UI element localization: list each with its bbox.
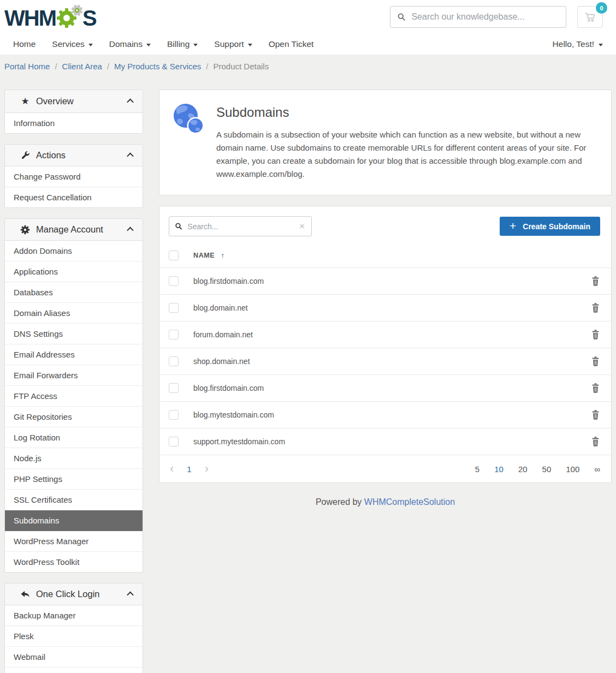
page-title: Subdomains [216, 105, 597, 120]
page-size-20[interactable]: 20 [518, 464, 528, 474]
sidebar-item-subdomains[interactable]: Subdomains [5, 510, 143, 531]
sidebar-item-webmail[interactable]: Webmail [5, 647, 143, 668]
sidebar-item-email-forwarders[interactable]: Email Forwarders [5, 365, 143, 386]
row-checkbox[interactable] [169, 383, 179, 393]
current-page[interactable]: 1 [187, 464, 191, 474]
delete-button[interactable] [591, 356, 600, 366]
chevron-up-icon [127, 592, 134, 599]
page-size-100[interactable]: 100 [566, 464, 579, 474]
nav-label: Home [13, 39, 35, 49]
row-checkbox[interactable] [169, 410, 179, 420]
delete-button[interactable] [591, 437, 600, 446]
table-header-row: NAME ↑ [159, 240, 611, 267]
table-row: blog.mytestdomain.com [159, 401, 611, 428]
sidebar-item-request-cancellation[interactable]: Request Cancellation [5, 187, 143, 207]
caret-down-icon [193, 44, 198, 46]
whmcs-logo[interactable]: WHM [4, 4, 96, 30]
sidebar-item-email-addresses[interactable]: Email Addresses [5, 344, 143, 365]
caret-down-icon [248, 44, 252, 46]
gear-icon [20, 225, 31, 235]
chevron-up-icon [127, 153, 134, 160]
sidebar-item-nodejs[interactable]: Node.js [5, 448, 143, 469]
main-nav: Home Services Domains Billing Support Op… [0, 34, 616, 55]
table-search: × [169, 216, 312, 236]
sidebar-item-ssl-certificates[interactable]: SSL Certificates [5, 490, 143, 510]
page-size-10[interactable]: 10 [494, 464, 504, 474]
sidebar-header-overview[interactable]: ★ Overview [5, 90, 143, 113]
nav-item-home[interactable]: Home [4, 34, 44, 55]
search-icon [175, 222, 182, 231]
row-checkbox[interactable] [169, 303, 179, 313]
sidebar-item-plesk[interactable]: Plesk [5, 626, 143, 647]
sidebar-section-actions: Actions Change Password Request Cancella… [4, 144, 143, 208]
sidebar-item-information[interactable]: Information [5, 113, 143, 133]
knowledgebase-search-input[interactable] [411, 12, 559, 22]
pagination: ‹ 1 › 5 10 20 50 100 ∞ [159, 455, 611, 483]
nav-item-domains[interactable]: Domains [101, 34, 159, 55]
table-search-input[interactable] [187, 222, 298, 231]
subdomains-globe-icon [173, 103, 204, 134]
sidebar-item-addon-domains[interactable]: Addon Domains [5, 241, 143, 261]
sidebar-item-php-settings[interactable]: PHP Settings [5, 469, 143, 490]
delete-button[interactable] [591, 276, 600, 286]
section-title: Manage Account [36, 224, 103, 235]
delete-button[interactable] [591, 303, 600, 313]
sidebar-item-git-repositories[interactable]: Git Repositories [5, 407, 143, 427]
star-icon: ★ [20, 96, 31, 107]
subdomain-name: blog.firstdomain.com [193, 384, 264, 392]
sidebar-item-applications[interactable]: Applications [5, 261, 143, 282]
sort-ascending-icon[interactable]: ↑ [221, 251, 224, 260]
sidebar-header-one-click-login[interactable]: One Click Login [5, 583, 143, 605]
trash-icon [591, 303, 600, 313]
nav-item-services[interactable]: Services [44, 34, 100, 55]
breadcrumb-separator: / [206, 62, 208, 71]
sidebar-header-actions[interactable]: Actions [5, 145, 143, 166]
trash-icon [591, 410, 600, 420]
knowledgebase-search [390, 6, 566, 28]
nav-item-billing[interactable]: Billing [159, 34, 206, 55]
nav-item-open-ticket[interactable]: Open Ticket [260, 34, 322, 55]
create-subdomain-button[interactable]: + Create Subdomain [500, 217, 600, 236]
delete-button[interactable] [591, 410, 600, 420]
row-checkbox[interactable] [169, 356, 179, 366]
breadcrumb-client-area[interactable]: Client Area [62, 62, 102, 71]
sidebar-section-manage-account: Manage Account Addon Domains Application… [4, 218, 143, 573]
nav-item-support[interactable]: Support [206, 34, 260, 55]
breadcrumb-separator: / [55, 62, 57, 71]
sidebar-item-ftp-access[interactable]: FTP Access [5, 386, 143, 407]
next-page-icon[interactable]: › [205, 463, 209, 475]
page-size-5[interactable]: 5 [475, 464, 479, 474]
row-checkbox[interactable] [169, 330, 179, 340]
trash-icon [591, 356, 600, 366]
sidebar-item-domain-aliases[interactable]: Domain Aliases [5, 303, 143, 324]
row-checkbox[interactable] [169, 276, 179, 286]
user-menu[interactable]: Hello, Test! [553, 39, 603, 49]
section-title: One Click Login [36, 589, 99, 599]
whmcompletesolution-link[interactable]: WHMCompleteSolution [364, 497, 455, 507]
search-icon [397, 12, 406, 22]
delete-button[interactable] [591, 383, 600, 393]
clear-search-icon[interactable]: × [298, 221, 306, 232]
sidebar-item-change-password[interactable]: Change Password [5, 166, 143, 187]
breadcrumb: Portal Home / Client Area / My Products … [0, 55, 616, 78]
sidebar-item-dns-settings[interactable]: DNS Settings [5, 324, 143, 344]
page-size-50[interactable]: 50 [542, 464, 552, 474]
name-column-header[interactable]: NAME [193, 252, 215, 259]
trash-icon [591, 330, 600, 340]
sidebar-item-wordpress-manager[interactable]: WordPress Manager [5, 531, 143, 552]
sidebar-item-databases[interactable]: Databases [5, 282, 143, 303]
cart-button[interactable]: 0 [577, 6, 603, 28]
sidebar-item-wordpress-toolkit[interactable]: WordPress Toolkit [5, 552, 143, 572]
select-all-checkbox[interactable] [169, 251, 179, 260]
sidebar-item-wp-toolkit[interactable]: WP Toolkit [5, 668, 143, 673]
sidebar-item-backup-manager[interactable]: Backup Manager [5, 605, 143, 626]
breadcrumb-my-products[interactable]: My Products & Services [114, 62, 201, 71]
sidebar-item-log-rotation[interactable]: Log Rotation [5, 427, 143, 448]
previous-page-icon[interactable]: ‹ [170, 463, 174, 475]
powered-by-text: Powered by [316, 497, 362, 507]
delete-button[interactable] [591, 330, 600, 340]
page-size-unlimited[interactable]: ∞ [594, 464, 600, 474]
row-checkbox[interactable] [169, 437, 179, 446]
breadcrumb-portal-home[interactable]: Portal Home [4, 62, 50, 71]
sidebar-header-manage-account[interactable]: Manage Account [5, 219, 143, 241]
